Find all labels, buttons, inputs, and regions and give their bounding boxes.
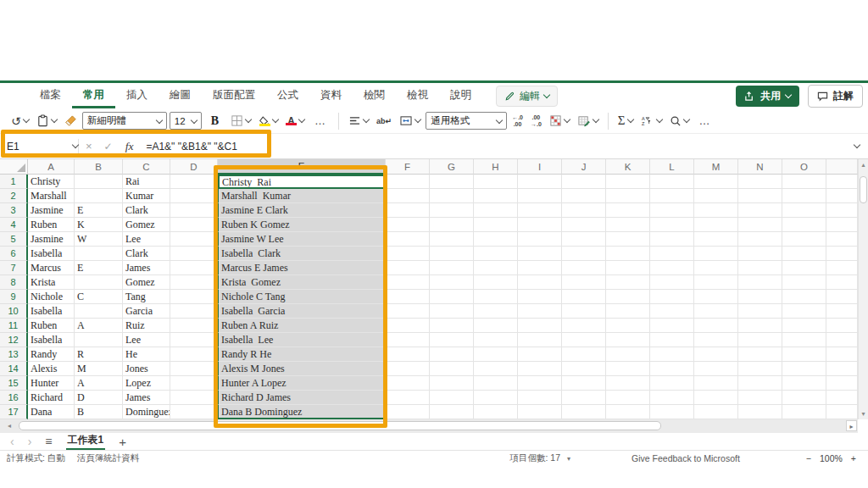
cell[interactable] <box>562 175 606 189</box>
cell[interactable]: Lee <box>123 232 170 247</box>
cell[interactable] <box>694 247 738 261</box>
cell[interactable] <box>170 203 218 218</box>
cell[interactable] <box>170 175 218 189</box>
ribbon-tab[interactable]: 資料 <box>309 83 353 108</box>
cell[interactable] <box>562 189 606 203</box>
cell[interactable] <box>738 290 782 304</box>
cell[interactable]: Gomez <box>123 218 170 232</box>
ribbon-tab[interactable]: 檔案 <box>29 83 72 108</box>
cell[interactable] <box>650 203 694 218</box>
cell[interactable] <box>782 333 826 347</box>
cell[interactable] <box>430 218 474 232</box>
cell[interactable] <box>170 218 218 232</box>
cell[interactable] <box>518 175 562 189</box>
cell[interactable] <box>430 347 474 362</box>
cell[interactable] <box>474 362 518 376</box>
cell[interactable] <box>738 405 782 419</box>
cell[interactable] <box>738 391 782 405</box>
cell[interactable] <box>738 333 782 347</box>
cell[interactable] <box>386 175 430 189</box>
cell[interactable] <box>782 405 826 419</box>
confirm-entry-icon[interactable]: ✓ <box>104 141 113 152</box>
cell[interactable] <box>170 261 218 275</box>
sheet-list-menu-icon[interactable]: ≡ <box>45 435 52 448</box>
cell[interactable] <box>518 333 562 347</box>
scroll-left-icon[interactable]: ◂ <box>8 422 11 430</box>
cell[interactable] <box>562 261 606 275</box>
horizontal-scrollbar-thumb[interactable] <box>19 421 661 430</box>
cell[interactable] <box>386 319 430 333</box>
column-header[interactable]: C <box>123 159 170 175</box>
cell[interactable]: Nichole <box>28 290 75 304</box>
cell[interactable] <box>518 290 562 304</box>
cell[interactable]: Randy <box>28 347 75 362</box>
cell[interactable]: Christy <box>28 175 75 189</box>
editing-mode-button[interactable]: 編輯 <box>496 86 558 107</box>
cell[interactable] <box>474 175 518 189</box>
cell[interactable] <box>650 261 694 275</box>
cell[interactable] <box>518 405 562 419</box>
share-button[interactable]: 共用 <box>736 86 799 107</box>
cell[interactable]: Nichole C Tang <box>218 290 386 304</box>
cell[interactable]: Isabella <box>28 247 75 261</box>
row-header[interactable]: 17 <box>0 405 28 419</box>
cell[interactable] <box>782 319 826 333</box>
number-format-select[interactable]: 通用格式 <box>426 112 507 130</box>
cell[interactable] <box>650 391 694 405</box>
ribbon-tab[interactable]: 插入 <box>115 83 159 108</box>
add-sheet-button[interactable]: + <box>119 435 126 449</box>
cell[interactable]: R <box>75 347 123 362</box>
cell[interactable] <box>518 319 562 333</box>
cell[interactable]: Isabella <box>28 333 75 347</box>
cell[interactable] <box>474 261 518 275</box>
cell[interactable] <box>694 290 738 304</box>
cell[interactable] <box>430 203 474 218</box>
cell[interactable] <box>826 175 858 189</box>
column-header[interactable]: J <box>562 159 606 175</box>
row-header[interactable]: 5 <box>0 232 28 247</box>
cell[interactable] <box>694 347 738 362</box>
cell[interactable]: K <box>75 218 123 232</box>
cell[interactable] <box>738 362 782 376</box>
cell[interactable]: D <box>75 391 123 405</box>
cell[interactable] <box>606 232 650 247</box>
cell[interactable] <box>606 175 650 189</box>
cell[interactable] <box>826 304 858 319</box>
ribbon-tab[interactable]: 說明 <box>439 83 482 108</box>
cell[interactable] <box>430 304 474 319</box>
cell[interactable] <box>170 347 218 362</box>
column-header[interactable] <box>826 159 858 175</box>
cell[interactable]: Krista Gomez <box>218 275 386 290</box>
cell[interactable] <box>75 175 123 189</box>
cell[interactable] <box>650 347 694 362</box>
row-header[interactable]: 14 <box>0 362 28 376</box>
cell[interactable] <box>606 189 650 203</box>
cell[interactable] <box>738 189 782 203</box>
cell[interactable] <box>606 304 650 319</box>
cell[interactable]: James <box>123 261 170 275</box>
cell[interactable] <box>694 376 738 391</box>
cell[interactable] <box>606 319 650 333</box>
column-header[interactable]: E <box>218 159 386 175</box>
cell[interactable] <box>518 261 562 275</box>
cell[interactable] <box>386 261 430 275</box>
feedback-link[interactable]: Give Feedback to Microsoft <box>632 453 740 463</box>
alignment-button[interactable] <box>346 114 371 128</box>
scroll-up-icon[interactable]: ▴ <box>859 161 868 169</box>
cell[interactable] <box>826 247 858 261</box>
cell[interactable] <box>650 247 694 261</box>
cell[interactable] <box>386 304 430 319</box>
next-sheet-icon[interactable]: › <box>28 435 32 447</box>
cell[interactable] <box>170 333 218 347</box>
cell[interactable] <box>518 189 562 203</box>
cell[interactable] <box>562 405 606 419</box>
row-header[interactable]: 4 <box>0 218 28 232</box>
cell[interactable]: Clark <box>123 247 170 261</box>
cell[interactable] <box>694 391 738 405</box>
ribbon-tab[interactable]: 檢視 <box>396 83 439 108</box>
cell[interactable] <box>738 232 782 247</box>
cell[interactable] <box>562 247 606 261</box>
cell[interactable]: A <box>75 376 123 391</box>
cell[interactable] <box>518 362 562 376</box>
cell[interactable] <box>826 290 858 304</box>
